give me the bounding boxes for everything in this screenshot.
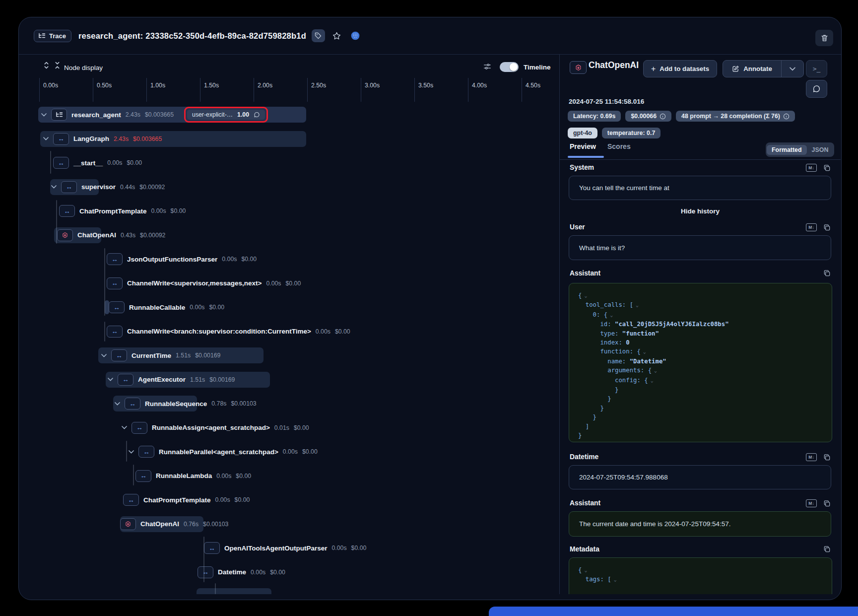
copy-icon[interactable] bbox=[823, 546, 831, 553]
timeline-toggle[interactable] bbox=[500, 62, 519, 72]
chevron-down-icon[interactable] bbox=[51, 185, 57, 189]
playground-terminal-button[interactable]: >_ bbox=[806, 60, 827, 77]
hide-history-button[interactable]: Hide history bbox=[560, 207, 841, 215]
chevron-down-icon[interactable] bbox=[101, 354, 107, 357]
run-name: CurrentTime bbox=[132, 352, 171, 359]
run-name: ChannelWrite<branch:supervisor:condition… bbox=[127, 328, 311, 335]
run-duration: 0.78s bbox=[211, 400, 226, 407]
markdown-icon[interactable]: M↓ bbox=[806, 223, 817, 231]
timeline-span-bar[interactable] bbox=[197, 588, 271, 594]
tree-row-supervisor[interactable]: ↔supervisor0.44s$0.00092 bbox=[51, 179, 165, 195]
ruler-tick bbox=[307, 78, 308, 102]
collapse-chevron-icon[interactable]: ⌄ bbox=[610, 312, 613, 318]
arrows-icon: ↔ bbox=[59, 205, 75, 217]
run-duration: 0.76s bbox=[184, 521, 198, 528]
copy-icon[interactable] bbox=[823, 270, 831, 277]
tree-row-chatprompttemplate[interactable]: ↔ChatPromptTemplate0.00s$0.00 bbox=[123, 492, 250, 508]
tree-row-openaitoolsagentoutputparser[interactable]: ↔OpenAIToolsAgentOutputParser0.00s$0.00 bbox=[204, 540, 366, 556]
tree-row-runnablesequence[interactable]: ↔RunnableSequence0.78s$0.00103 bbox=[115, 396, 257, 411]
collapse-chevron-icon[interactable]: ⌄ bbox=[643, 349, 646, 354]
tree-row-runnableassign-agent-scratchpad-[interactable]: ↔RunnableAssign<agent_scratchpad>0.01s$0… bbox=[122, 420, 309, 436]
markdown-icon[interactable]: M↓ bbox=[806, 499, 817, 507]
copy-icon[interactable] bbox=[823, 454, 831, 461]
annotate-split-button[interactable]: Annotate bbox=[723, 60, 804, 77]
ruler-tick-label: 4.00s bbox=[472, 82, 487, 89]
tree-row--start-[interactable]: ↔__start__0.00s$0.00 bbox=[53, 155, 142, 171]
tree-row-langgraph[interactable]: ↔LangGraph2.43s$0.003665 bbox=[43, 131, 162, 147]
copy-icon[interactable] bbox=[823, 224, 831, 231]
tree-row-runnablelambda[interactable]: ↔RunnableLambda0.00s$0.00 bbox=[135, 468, 251, 484]
chevron-down-icon[interactable] bbox=[43, 137, 49, 140]
tree-row-jsonoutputfunctionsparser[interactable]: ↔JsonOutputFunctionsParser0.00s$0.00 bbox=[107, 251, 257, 267]
tree-row-runnablecallable[interactable]: ↔RunnableCallable0.00s$0.00 bbox=[109, 299, 224, 315]
code-line: function: {⌄ bbox=[578, 347, 823, 356]
tab-scores[interactable]: Scores bbox=[607, 142, 631, 150]
display-settings-icon[interactable] bbox=[483, 62, 492, 71]
run-cost: $0.00169 bbox=[209, 376, 235, 383]
chevron-down-icon[interactable] bbox=[115, 402, 120, 406]
latency-badge: Latency: 0.69s bbox=[568, 111, 621, 122]
collapse-chevron-icon[interactable]: ⌄ bbox=[614, 577, 617, 582]
tree-row-currenttime[interactable]: ↔CurrentTime1.51s$0.00169 bbox=[101, 347, 220, 363]
section-heading-assistant-final: Assistant bbox=[570, 499, 600, 507]
section-heading-assistant: Assistant bbox=[570, 270, 600, 277]
arrows-icon: ↔ bbox=[123, 494, 139, 506]
tab-preview[interactable]: Preview bbox=[570, 142, 596, 150]
tree-row-chatprompttemplate[interactable]: ↔ChatPromptTemplate0.00s$0.00 bbox=[59, 203, 186, 219]
format-toggle-json[interactable]: JSON bbox=[807, 145, 834, 155]
collapse-chevron-icon[interactable]: ⌄ bbox=[584, 567, 587, 573]
tag-button[interactable] bbox=[312, 29, 325, 42]
run-name: RunnableCallable bbox=[129, 304, 185, 311]
share-globe-button[interactable] bbox=[349, 29, 362, 42]
run-cost: $0.00 bbox=[285, 280, 301, 287]
markdown-icon[interactable]: M↓ bbox=[806, 453, 817, 461]
arrows-icon: ↔ bbox=[132, 422, 147, 434]
tree-row-channelwrite-branch-supervisor-condition-currenttime-[interactable]: ↔ChannelWrite<branch:supervisor:conditio… bbox=[107, 324, 350, 340]
ruler-tick bbox=[522, 78, 522, 102]
ruler-tick-label: 0.00s bbox=[43, 82, 58, 89]
tree-row-channelwrite-supervisor-messages-next-[interactable]: ↔ChannelWrite<supervisor,messages,next>0… bbox=[107, 275, 301, 291]
collapse-chevron-icon[interactable]: ⌄ bbox=[651, 378, 654, 383]
copy-icon[interactable] bbox=[823, 164, 831, 172]
tree-row-datetime[interactable]: ↔Datetime0.00s$0.00 bbox=[198, 564, 285, 580]
terminal-icon: >_ bbox=[813, 65, 821, 72]
user-section-actions: M↓ bbox=[806, 223, 831, 231]
annotate-dropdown-segment[interactable] bbox=[781, 61, 803, 77]
run-cost: $0.00 bbox=[335, 328, 350, 335]
chevron-down-icon[interactable] bbox=[122, 426, 127, 429]
chevron-down-icon[interactable] bbox=[41, 113, 47, 117]
collapse-chevron-icon[interactable]: ⌄ bbox=[584, 293, 587, 298]
add-to-datasets-button[interactable]: + Add to datasets bbox=[643, 60, 717, 77]
run-cost: $0.00169 bbox=[195, 352, 220, 359]
tree-row-chatopenai[interactable]: ChatOpenAI0.76s$0.00103 bbox=[120, 516, 228, 532]
run-name: research_agent bbox=[71, 111, 121, 119]
code-line: config: {⌄ bbox=[578, 376, 823, 385]
tree-row-agentexecutor[interactable]: ↔AgentExecutor1.51s$0.00169 bbox=[108, 372, 235, 388]
tree-row-research-agent[interactable]: research_agent2.43s$0.003665user-explici… bbox=[41, 107, 268, 123]
trace-type-badge: Trace bbox=[34, 30, 71, 42]
node-display-label: Node display bbox=[64, 64, 103, 71]
comment-button[interactable] bbox=[806, 80, 827, 98]
code-line: } bbox=[578, 431, 823, 440]
expand-all-icon[interactable] bbox=[42, 61, 51, 70]
copy-icon[interactable] bbox=[823, 500, 831, 507]
collapse-all-icon[interactable] bbox=[53, 61, 62, 70]
star-button[interactable] bbox=[330, 29, 343, 42]
feedback-badge[interactable]: user-explicit-…1.00 bbox=[187, 110, 265, 120]
format-toggle[interactable]: Formatted JSON bbox=[766, 142, 834, 157]
markdown-icon[interactable]: M↓ bbox=[806, 164, 817, 172]
tree-row-chatopenai[interactable]: ChatOpenAI0.43s$0.00092 bbox=[57, 227, 165, 243]
tree-row-runnableparallel-agent-scratchpad-[interactable]: ↔RunnableParallel<agent_scratchpad>0.00s… bbox=[129, 444, 318, 460]
info-icon bbox=[783, 113, 790, 120]
collapse-chevron-icon[interactable]: ⌄ bbox=[636, 302, 639, 308]
run-cost: $0.00 bbox=[241, 256, 257, 263]
active-tab-underline bbox=[568, 156, 604, 158]
run-duration: 1.51s bbox=[190, 376, 205, 383]
run-duration: 2.43s bbox=[114, 136, 129, 142]
chevron-down-icon[interactable] bbox=[129, 450, 134, 454]
format-toggle-formatted[interactable]: Formatted bbox=[767, 145, 807, 155]
delete-trace-button[interactable] bbox=[815, 30, 833, 46]
chevron-down-icon[interactable] bbox=[108, 378, 113, 381]
run-name: ChatPromptTemplate bbox=[79, 207, 147, 215]
collapse-chevron-icon[interactable]: ⌄ bbox=[654, 368, 657, 373]
